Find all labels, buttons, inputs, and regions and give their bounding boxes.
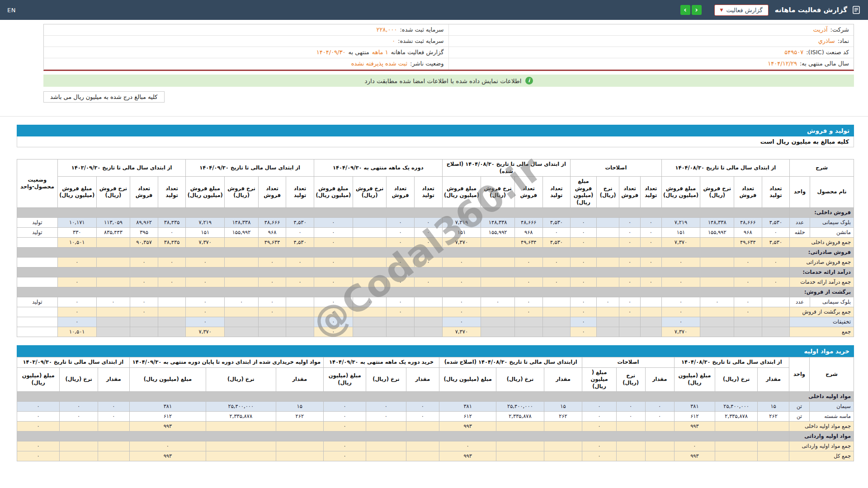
table-cell: ۰ xyxy=(616,412,645,422)
topbar: گزارش فعالیت ماهانه گزارش فعالیت ▼ ‹ › E… xyxy=(0,0,868,20)
column-header: مبلغ فروش (میلیون ریال) xyxy=(57,177,96,208)
table-cell: ۰ xyxy=(57,317,96,327)
table-cell: ۰ xyxy=(571,238,597,248)
column-header: تعداد تولید xyxy=(762,177,790,208)
table-cell: ۹۹۳ xyxy=(439,451,496,461)
table-cell: ۰ xyxy=(442,317,481,327)
table-cell: ۱۴۸,۳۳۸ xyxy=(700,218,734,228)
table-cell xyxy=(414,297,442,307)
table-cell: ۰ xyxy=(314,307,353,317)
table-cell: ۱۵۱ xyxy=(186,228,225,238)
table-cell: ۰ xyxy=(258,297,286,307)
table-cell: ۱۵۱ xyxy=(661,228,700,238)
table-cell xyxy=(206,422,276,432)
column-header: مقدار xyxy=(98,367,130,392)
table-cell xyxy=(225,327,259,337)
info-row-report-period: گزارش فعالیت ماهانه ۱ ماهه منتهی به ۱۴۰۴… xyxy=(44,47,449,58)
column-header: نرخ (ریال) xyxy=(496,367,544,392)
fiscal-year-label: سال مالی منتهی به: xyxy=(800,60,849,67)
table-cell xyxy=(542,327,571,337)
table-cell xyxy=(596,327,619,337)
table-cell xyxy=(616,441,645,451)
table-cell: ۸۹,۹۶۲ xyxy=(130,218,158,228)
table-cell: ۰ xyxy=(571,317,597,327)
row-label: جمع کل xyxy=(789,451,854,461)
table-cell: ۰ xyxy=(314,297,353,307)
row-label: جمع فروش داخلی xyxy=(790,238,854,248)
column-header: نام محصول xyxy=(810,177,854,208)
table-cell: ۰ xyxy=(324,402,366,412)
report-type-dropdown[interactable]: گزارش فعالیت ▼ xyxy=(714,5,769,16)
column-header: نرخ فروش (ریال) xyxy=(225,177,259,208)
table-cell xyxy=(616,422,645,432)
table-cell xyxy=(481,258,515,267)
table-cell: ۰ xyxy=(596,297,619,307)
info-row-fiscal-year: سال مالی منتهی به: ۱۴۰۴/۱۲/۲۹ xyxy=(449,58,854,70)
isic-label: کد صنعت (ISIC): xyxy=(806,49,849,56)
table-cell: ۰ xyxy=(366,402,406,412)
column-header: مبلغ فروش (میلیون ریال) xyxy=(661,177,700,208)
table-cell: ۰ xyxy=(571,277,597,287)
table-cell: ۰ xyxy=(353,297,387,307)
table-cell: ۰ xyxy=(387,228,415,238)
product-name: بلوک سیمانی xyxy=(810,297,854,307)
table-cell xyxy=(544,422,582,432)
section-filler xyxy=(17,248,790,258)
row-label: جمع مواد اولیه داخلی xyxy=(789,422,854,432)
symbol-link[interactable]: ساذري xyxy=(818,38,835,44)
table-cell: ۴,۵۳۰ xyxy=(762,238,790,248)
table-row: جمع فروش صادراتی۰۰۰۰۰۰۰۰۰۰۰۰۰۰۰۰۰۰ xyxy=(17,258,854,267)
column-header: تعداد فروش xyxy=(130,177,158,208)
table-cell: ۰ xyxy=(314,258,353,267)
table-cell: ۰ xyxy=(439,441,496,451)
table-cell xyxy=(206,451,276,461)
table-cell: ۰ xyxy=(640,228,661,238)
table-cell xyxy=(496,441,544,451)
table-cell: ۹۶۸ xyxy=(734,228,762,238)
row-label: جمع برگشت از فروش xyxy=(790,307,854,317)
table-cell: ۳۸۱ xyxy=(674,402,715,412)
info-row-registered-capital: سرمایه ثبت شده: ۲۲۸,۰۰۰ xyxy=(44,24,449,36)
prev-report-button[interactable]: ‹ xyxy=(680,5,690,15)
table-cell xyxy=(596,218,619,228)
table-cell xyxy=(353,307,387,317)
column-header: تعداد فروش xyxy=(387,177,415,208)
table-cell: ۱۵ xyxy=(758,402,789,412)
language-toggle[interactable]: EN xyxy=(7,7,16,14)
purchases-table: شرحواحداز ابتدای سال مالی تا تاریخ ۱۴۰۴/… xyxy=(17,357,854,461)
table-cell: ۱۴۸,۳۳۸ xyxy=(225,218,259,228)
table-cell: ۰ xyxy=(406,402,439,412)
table-cell: ۲,۳۳۵,۸۷۸ xyxy=(715,412,758,422)
table-cell: ۰ xyxy=(314,317,353,327)
column-header: مقدار xyxy=(758,367,789,392)
next-report-button[interactable]: › xyxy=(692,5,702,15)
table-cell xyxy=(645,422,674,432)
column-header: تعداد تولید xyxy=(640,177,661,208)
company-link[interactable]: آذریت xyxy=(813,26,828,33)
report-info-panel: شرکت: آذریت سرمایه ثبت شده: ۲۲۸,۰۰۰ نماد… xyxy=(43,24,854,71)
table-cell xyxy=(353,327,387,337)
table-cell xyxy=(515,327,543,337)
table-cell: ۰ xyxy=(406,412,439,422)
table-cell xyxy=(640,307,661,317)
table-cell: ۰ xyxy=(96,297,130,307)
table-cell: ۰ xyxy=(542,228,571,238)
production-table-header: شرحاز ابتدای سال مالی تا تاریخ ۱۴۰۴/۰۸/۳… xyxy=(17,160,854,208)
table-cell xyxy=(96,238,130,248)
column-group-header: از ابتدای سال مالی تا تاریخ ۱۴۰۳/۰۹/۳۰ xyxy=(57,160,186,177)
table-cell xyxy=(406,422,439,432)
section-label: درآمد ارائه خدمات: xyxy=(790,267,854,277)
section-filler xyxy=(17,392,789,402)
table-cell: ۰ xyxy=(640,238,661,248)
column-header: مبلغ (میلیون ریال) xyxy=(674,367,715,392)
section-row: فروش داخلی: xyxy=(17,208,854,218)
table-cell: ۰ xyxy=(619,258,641,267)
table-row: جمع مواد اولیه وارداتی۰۰۰۰۰۰ xyxy=(17,441,854,451)
table-cell xyxy=(276,422,323,432)
product-status xyxy=(17,277,58,287)
table-cell xyxy=(758,441,789,451)
column-group-header: اصلاحات xyxy=(571,160,661,177)
section-divider xyxy=(0,116,868,117)
table-cell: ۶۱۲ xyxy=(439,412,496,422)
column-header: مبلغ (میلیون ریال) xyxy=(439,367,496,392)
